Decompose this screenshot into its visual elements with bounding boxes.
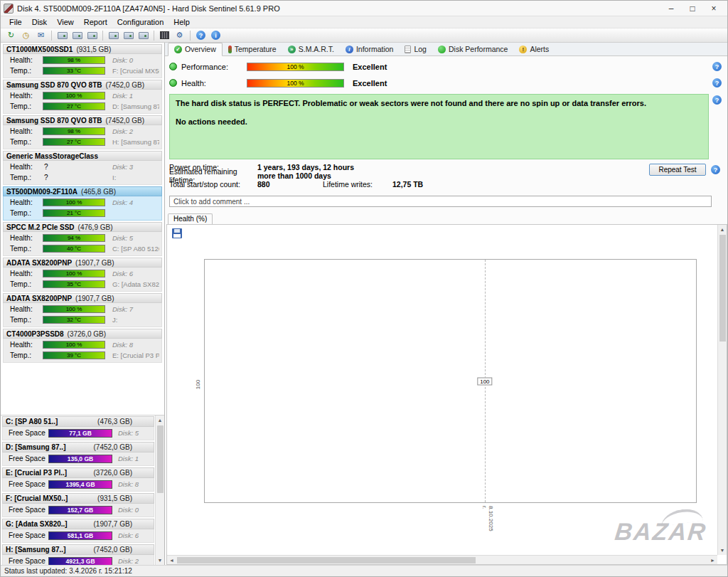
health-bar: 100 %	[43, 305, 105, 313]
disk-item-8[interactable]: CT4000P3PSSD8(3726,0 GB) Health:100 %Dis…	[3, 329, 162, 363]
disk-item-6[interactable]: ADATA SX8200PNP(1907,7 GB) Health:100 %D…	[3, 258, 162, 292]
tab-smart[interactable]: »S.M.A.R.T.	[282, 43, 340, 55]
help-icon[interactable]: ?	[194, 29, 208, 41]
disk-item-4-selected[interactable]: ST500DM009-2F110A(465,8 GB) Health:100 %…	[3, 186, 162, 221]
tab-temperature[interactable]: Temperature	[223, 43, 282, 55]
lifetime-writes-label: Lifetime writes:	[323, 180, 392, 189]
health-chart-region: 100 100 8.10.2025 г. BAZAR ▲ ▼ ◄ ►	[166, 224, 727, 565]
chart-horizontal-scrollbar[interactable]: ◄ ►	[167, 555, 717, 564]
save-chart-icon[interactable]	[172, 228, 182, 238]
disk-list: CT1000MX500SSD1(931,5 GB) Health:98 %Dis…	[1, 43, 164, 415]
scroll-down-icon[interactable]: ▼	[156, 556, 165, 565]
disk-item-7[interactable]: ADATA SX8200PNP(1907,7 GB) Health:100 %D…	[3, 293, 162, 327]
disk-number: Disk: 1	[108, 92, 159, 100]
disk-name: ADATA SX8200PNP	[6, 295, 72, 302]
health-bar: 100 %	[43, 270, 105, 277]
free-space-label: Free Space	[9, 531, 48, 539]
disk-arrow-icon[interactable]	[122, 29, 135, 41]
tab-information[interactable]: iInformation	[340, 43, 400, 55]
menu-configuration[interactable]: Configuration	[112, 17, 168, 27]
disk-detect-icon[interactable]	[55, 29, 69, 41]
scroll-right-icon[interactable]: ►	[708, 556, 717, 565]
drive-letter: I:	[108, 174, 159, 181]
refresh-icon[interactable]: ↻	[4, 29, 18, 41]
temp-bar: 27 °C	[43, 102, 105, 110]
titlebar: Disk 4. ST500DM009-2F110A [ZA47A0N5] - H…	[1, 1, 727, 16]
partition-item-f[interactable]: F: [Crucial MX50..](931,5 GB) Free Space…	[2, 493, 154, 517]
disk-name: CT4000P3PSSD8	[6, 330, 64, 338]
tab-health-chart[interactable]: Health (%)	[168, 213, 213, 224]
minimize-button[interactable]: –	[660, 4, 682, 14]
temp-label: Temp.:	[10, 316, 43, 324]
disk-item-5[interactable]: SPCC M.2 PCIe SSD(476,9 GB) Health:94 %D…	[3, 222, 162, 256]
menu-help[interactable]: Help	[168, 17, 195, 27]
repeat-test-button[interactable]: Repeat Test	[649, 164, 706, 176]
drive-letter: F: [Crucial MX500 1TB]	[108, 67, 159, 75]
partition-list: C: [SP A80 51..](476,3 GB) Free Space77,…	[1, 415, 155, 565]
disk-item-0[interactable]: CT1000MX500SSD1(931,5 GB) Health:98 %Dis…	[3, 44, 162, 78]
scroll-up-icon[interactable]: ▲	[718, 225, 727, 234]
menubar: File Disk View Report Configuration Help	[1, 16, 727, 28]
partition-item-h[interactable]: H: [Samsung 87..](7452,0 GB) Free Space4…	[2, 544, 154, 565]
disk-copy-icon[interactable]	[107, 29, 120, 41]
disk-stack-icon[interactable]	[70, 29, 84, 41]
partition-scrollbar[interactable]: ▲ ▼	[155, 415, 164, 565]
status-text: The hard disk status is PERFECT. Problem…	[176, 99, 702, 109]
disk-size: (3726,0 GB)	[68, 330, 106, 338]
health-label: Health:	[10, 198, 43, 206]
disk-usb-icon[interactable]	[85, 29, 99, 41]
menu-view[interactable]: View	[52, 17, 79, 27]
tab-disk-performance[interactable]: Disk Performance	[432, 43, 513, 55]
toolbar-separator	[154, 31, 154, 41]
menu-file[interactable]: File	[4, 17, 27, 27]
tab-alerts[interactable]: !Alerts	[513, 43, 555, 55]
performance-help-icon[interactable]: ?	[712, 62, 722, 71]
chart-vertical-scrollbar[interactable]: ▲ ▼	[717, 225, 727, 555]
disk-network-icon[interactable]	[136, 29, 150, 41]
tab-log[interactable]: Log	[399, 43, 432, 55]
chart-point-label: 100	[477, 377, 492, 385]
menu-report[interactable]: Report	[79, 17, 112, 27]
scroll-down-icon[interactable]: ▼	[718, 546, 727, 555]
health-label: Health:	[10, 270, 43, 277]
tab-label: Disk Performance	[449, 45, 508, 53]
tabstrip: ✓Overview Temperature »S.M.A.R.T. iInfor…	[165, 43, 727, 56]
status-help-icon[interactable]: ?	[712, 95, 722, 105]
tab-overview[interactable]: ✓Overview	[168, 43, 223, 56]
surface-test-icon[interactable]	[158, 29, 171, 41]
stat-value: more than 1000 days	[257, 171, 331, 180]
settings-gear-icon[interactable]: ⚙	[173, 29, 186, 41]
performance-dot-icon	[438, 46, 446, 53]
free-space-label: Free Space	[9, 429, 48, 437]
toolbar: ↻ ◷ ✉ ⚙ ? i	[1, 28, 727, 43]
partition-label: G: [Adata SX820..]	[6, 520, 68, 528]
performance-row: Performance: 100 % Excellent ?	[165, 58, 727, 75]
disk-name: ADATA SX8200PNP	[6, 259, 72, 267]
free-space-bar: 152,7 GB	[48, 506, 112, 514]
report-mail-icon[interactable]: ✉	[34, 29, 48, 41]
partition-item-g[interactable]: G: [Adata SX820..](1907,7 GB) Free Space…	[2, 519, 154, 543]
maximize-button[interactable]: □	[682, 4, 703, 14]
free-space-label: Free Space	[9, 557, 48, 565]
health-label: Health:	[10, 56, 43, 64]
info-icon[interactable]: i	[209, 29, 223, 41]
temp-label: Temp.:	[10, 245, 43, 253]
menu-disk[interactable]: Disk	[27, 17, 52, 27]
partition-item-d[interactable]: D: [Samsung 87..](7452,0 GB) Free Space1…	[2, 442, 154, 466]
comment-input[interactable]: Click to add comment ...	[169, 196, 712, 207]
disk-item-2[interactable]: Samsung SSD 870 QVO 8TB(7452,0 GB) Healt…	[3, 115, 162, 149]
scroll-left-icon[interactable]: ◄	[167, 556, 176, 565]
disk-size: (476,9 GB)	[78, 223, 113, 231]
alarm-clock-icon[interactable]: ◷	[19, 29, 33, 41]
repeat-test-help-icon[interactable]: ?	[711, 165, 720, 174]
partition-item-c[interactable]: C: [SP A80 51..](476,3 GB) Free Space77,…	[2, 416, 154, 440]
disk-item-3[interactable]: Generic MassStorageClass Health:?Disk: 3…	[3, 151, 162, 185]
disk-item-1[interactable]: Samsung SSD 870 QVO 8TB(7452,0 GB) Healt…	[3, 80, 162, 114]
temp-bar: 32 °C	[43, 316, 105, 324]
scroll-up-icon[interactable]: ▲	[156, 415, 165, 425]
close-button[interactable]: ×	[703, 4, 724, 14]
partition-item-e[interactable]: E: [Crucial P3 Pl..](3726,0 GB) Free Spa…	[2, 467, 154, 492]
temp-label: Temp.:	[10, 67, 43, 75]
drive-letter: E: [Crucial P3 Plus 4TB]	[108, 351, 159, 359]
health-help-icon[interactable]: ?	[712, 78, 722, 88]
